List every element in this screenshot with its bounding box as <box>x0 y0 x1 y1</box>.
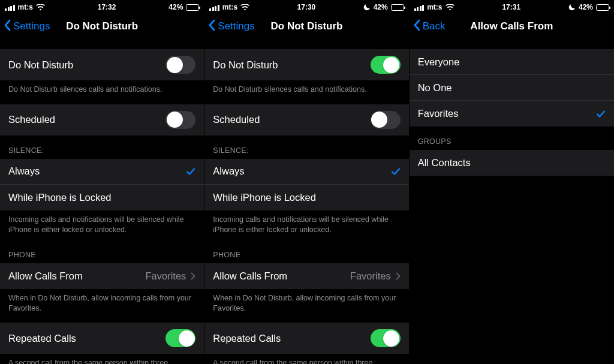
panel-dnd-off: mt:s 17:32 42% Settings Do Not Disturb D… <box>0 0 204 364</box>
battery-icon <box>391 4 404 11</box>
dnd-footer: Do Not Disturb silences calls and notifi… <box>0 80 204 104</box>
back-label: Settings <box>13 20 50 32</box>
repeated-calls-footer: A second call from the same person withi… <box>204 354 408 364</box>
chevron-left-icon <box>208 19 215 34</box>
option-label: No One <box>418 82 452 94</box>
page-title: Allow Calls From <box>470 20 553 32</box>
moon-icon <box>363 4 371 11</box>
option-all-contacts-row[interactable]: All Contacts <box>410 150 614 176</box>
status-bar: mt:s 17:32 42% <box>0 0 204 13</box>
allow-calls-footer: When in Do Not Disturb, allow incoming c… <box>0 289 204 323</box>
silence-always-row[interactable]: Always <box>0 159 204 185</box>
chevron-left-icon <box>4 19 11 34</box>
check-icon <box>596 109 606 119</box>
allow-calls-label: Allow Calls From <box>8 270 83 282</box>
nav-bar: Settings Do Not Disturb <box>204 13 408 40</box>
repeated-calls-row[interactable]: Repeated Calls <box>204 323 408 354</box>
repeated-calls-row[interactable]: Repeated Calls <box>0 323 204 354</box>
check-icon <box>391 167 401 176</box>
signal-icon <box>209 4 219 11</box>
dnd-toggle-row[interactable]: Do Not Disturb <box>0 49 204 80</box>
battery-pct: 42% <box>374 3 388 11</box>
back-label: Back <box>423 20 446 32</box>
option-noone-row[interactable]: No One <box>410 75 614 101</box>
silence-option-label: While iPhone is Locked <box>8 192 112 203</box>
allow-calls-row[interactable]: Allow Calls From Favorites <box>0 263 204 289</box>
scheduled-toggle[interactable] <box>165 111 195 129</box>
silence-option-label: Always <box>213 166 244 177</box>
phone-header: PHONE <box>204 245 408 263</box>
chevron-left-icon <box>413 19 420 34</box>
battery-icon <box>596 4 609 11</box>
wifi-icon <box>240 4 249 11</box>
page-title: Do Not Disturb <box>271 20 343 32</box>
silence-option-label: Always <box>8 166 40 177</box>
repeated-calls-toggle[interactable] <box>165 329 195 347</box>
chevron-right-icon <box>191 272 195 280</box>
dnd-toggle[interactable] <box>165 56 195 74</box>
silence-locked-row[interactable]: While iPhone is Locked <box>204 185 408 210</box>
page-title: Do Not Disturb <box>66 20 138 32</box>
silence-header: SILENCE: <box>0 136 204 159</box>
clock: 17:31 <box>502 3 520 11</box>
dnd-toggle-row[interactable]: Do Not Disturb <box>204 49 408 80</box>
back-button[interactable]: Settings <box>208 19 254 34</box>
battery-pct: 42% <box>168 3 183 11</box>
dnd-footer: Do Not Disturb silences calls and notifi… <box>204 80 408 104</box>
repeated-calls-label: Repeated Calls <box>213 333 281 344</box>
option-everyone-row[interactable]: Everyone <box>410 49 614 75</box>
status-bar: mt:s 17:31 42% <box>410 0 614 13</box>
scheduled-label: Scheduled <box>8 114 55 125</box>
dnd-toggle[interactable] <box>371 56 401 74</box>
allow-calls-value: Favorites <box>145 270 186 282</box>
signal-icon <box>5 4 15 11</box>
allow-calls-value: Favorites <box>350 270 391 282</box>
dnd-label: Do Not Disturb <box>8 59 73 71</box>
allow-calls-row[interactable]: Allow Calls From Favorites <box>204 263 408 289</box>
groups-header: GROUPS <box>410 127 614 150</box>
back-button[interactable]: Back <box>413 19 446 34</box>
silence-always-row[interactable]: Always <box>204 159 408 185</box>
repeated-calls-label: Repeated Calls <box>8 333 76 344</box>
option-favorites-row[interactable]: Favorites <box>410 101 614 127</box>
panel-allow-calls: mt:s 17:31 42% Back Allow Calls From Eve… <box>410 0 614 364</box>
clock: 17:30 <box>297 3 316 11</box>
allow-calls-footer: When in Do Not Disturb, allow incoming c… <box>204 289 408 323</box>
chevron-right-icon <box>396 272 401 280</box>
back-label: Settings <box>218 20 254 32</box>
battery-pct: 42% <box>579 3 593 11</box>
option-label: Everyone <box>418 56 460 68</box>
battery-icon <box>186 4 199 11</box>
option-label: All Contacts <box>418 157 471 169</box>
repeated-calls-toggle[interactable] <box>371 329 401 347</box>
scheduled-toggle[interactable] <box>371 111 401 129</box>
carrier-label: mt:s <box>427 3 442 11</box>
silence-footer: Incoming calls and notifications will be… <box>204 210 408 245</box>
back-button[interactable]: Settings <box>4 19 50 34</box>
repeated-calls-footer: A second call from the same person withi… <box>0 354 204 364</box>
panel-dnd-on: mt:s 17:30 42% Settings Do Not Disturb D… <box>204 0 409 364</box>
allow-calls-label: Allow Calls From <box>213 270 287 282</box>
silence-option-label: While iPhone is Locked <box>213 192 316 203</box>
silence-locked-row[interactable]: While iPhone is Locked <box>0 185 204 210</box>
check-icon <box>186 167 195 176</box>
silence-footer: Incoming calls and notifications will be… <box>0 210 204 245</box>
scheduled-row[interactable]: Scheduled <box>0 104 204 136</box>
signal-icon <box>414 4 425 11</box>
dnd-label: Do Not Disturb <box>213 59 278 71</box>
wifi-icon <box>446 4 455 11</box>
silence-header: SILENCE: <box>204 136 408 159</box>
option-label: Favorites <box>418 108 459 119</box>
status-bar: mt:s 17:30 42% <box>204 0 408 13</box>
scheduled-row[interactable]: Scheduled <box>204 104 408 136</box>
nav-bar: Settings Do Not Disturb <box>0 13 204 40</box>
scheduled-label: Scheduled <box>213 114 260 125</box>
wifi-icon <box>36 4 45 11</box>
moon-icon <box>568 4 576 11</box>
carrier-label: mt:s <box>222 3 237 11</box>
clock: 17:32 <box>98 3 116 11</box>
carrier-label: mt:s <box>18 3 33 11</box>
phone-header: PHONE <box>0 245 204 263</box>
nav-bar: Back Allow Calls From <box>410 13 614 40</box>
